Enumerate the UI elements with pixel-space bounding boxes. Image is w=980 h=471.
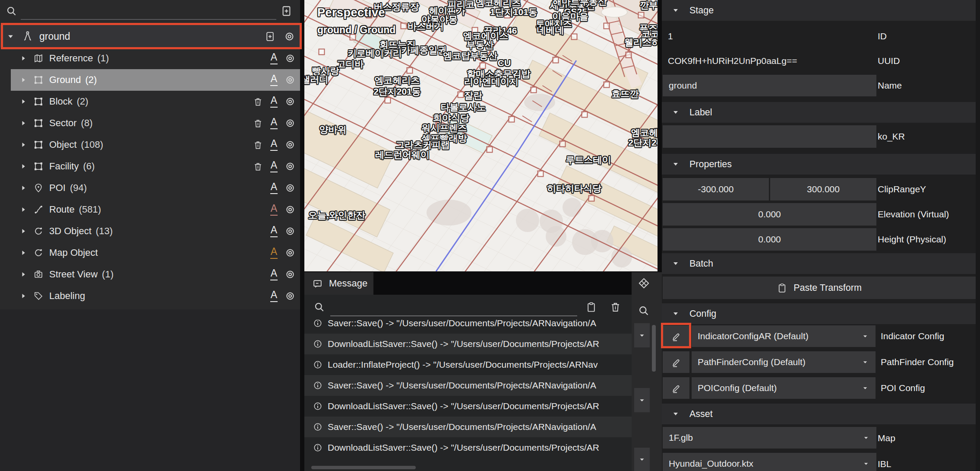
caret-right-icon[interactable] [19,76,28,84]
sidebar-item-3d-object[interactable]: 3D Object(13) A [0,220,300,242]
sidebar-item-object[interactable]: Object(108) A [0,134,300,156]
sidebar-item-sector[interactable]: Sector(8) A [0,112,300,134]
log-row[interactable]: Saver::Save() -> "/Users/user/Documents/… [304,375,632,396]
visibility-icon[interactable] [285,269,295,280]
section-batch[interactable]: Batch [662,253,976,274]
trash-icon[interactable] [253,140,263,150]
height-input[interactable] [663,228,876,251]
caret-right-icon[interactable] [19,205,28,214]
paste-transform-button[interactable]: Paste Transform [663,277,976,299]
ko-kr-input[interactable] [663,125,876,148]
caret-right-icon[interactable] [19,292,28,300]
label-toggle[interactable]: A [270,160,278,172]
caret-right-icon[interactable] [19,184,28,192]
caret-right-icon[interactable] [19,119,28,127]
caret-right-icon[interactable] [19,270,28,279]
sidebar-item-street-view[interactable]: Street View(1) A [0,264,300,285]
section-label[interactable]: Label [662,102,976,123]
visibility-icon[interactable] [285,75,295,85]
caret-right-icon[interactable] [19,140,28,149]
section-stage[interactable]: Stage [662,0,976,21]
scroll-arrow-button[interactable] [634,388,650,412]
polygon-icon [33,140,44,150]
label-toggle[interactable]: A [270,95,278,108]
log-search-input[interactable] [330,299,577,316]
name-input[interactable] [663,75,876,96]
scene-gem-icon[interactable] [638,277,650,289]
log-row[interactable]: DownloadListSaver::Save() -> "/Users/use… [304,334,632,354]
poi-config-dropdown[interactable]: POIConfig (Default) [692,377,876,399]
caret-right-icon[interactable] [19,54,28,63]
visibility-icon[interactable] [285,140,295,150]
log-row[interactable]: Saver::Save() -> "/Users/user/Documents/… [304,320,632,334]
map-viewport[interactable]: 버스정류장헤이핀가피리코엠코헤리츠1단지101동야몽야몽바스버거끌라146엠코에… [304,0,658,271]
caret-right-icon[interactable] [19,97,28,106]
log-row[interactable]: Loader::InflateProject() -> "/Users/user… [304,354,632,375]
copy-logs-icon[interactable] [585,301,597,313]
sidebar-item-labeling[interactable]: Labeling A [0,285,300,307]
vertical-scrollbar[interactable] [652,325,656,372]
log-row[interactable]: DownloadListSaver::Save() -> "/Users/use… [304,396,632,417]
clip-range-max-input[interactable] [770,178,876,200]
label-toggle[interactable]: A [270,74,278,86]
edit-poi-config-button[interactable] [663,377,689,399]
tree-search-input[interactable] [21,3,276,20]
sidebar-item-map-object[interactable]: Map Object A [0,242,300,264]
visibility-icon[interactable] [285,161,295,172]
sidebar-item-poi[interactable]: POI(94) A [0,177,300,199]
visibility-icon[interactable] [285,118,295,128]
trash-icon[interactable] [253,97,263,107]
section-config[interactable]: Config [662,303,976,324]
sidebar-item-route[interactable]: Route(581) A [0,199,300,220]
log-text: DownloadListSaver::Save() -> "/Users/use… [328,339,599,349]
visibility-icon[interactable] [285,248,295,258]
label-toggle[interactable]: A [270,182,278,194]
tab-message[interactable]: Message [304,272,373,295]
label-toggle[interactable]: A [270,117,278,129]
clear-logs-icon[interactable] [610,301,621,313]
caret-down-icon[interactable] [6,32,15,41]
scroll-arrow-button[interactable] [634,448,650,471]
label-toggle[interactable]: A [270,290,278,302]
scroll-arrow-button[interactable] [634,323,650,347]
sidebar-item-ground[interactable]: Ground(2) A [0,69,300,91]
label-toggle[interactable]: A [270,268,278,280]
label-toggle[interactable]: A [270,204,278,216]
sidebar-item-facility[interactable]: Facility(6) A [0,156,300,177]
caret-right-icon[interactable] [19,248,28,257]
visibility-icon[interactable] [285,204,295,215]
trash-icon[interactable] [253,118,263,128]
visibility-icon[interactable] [285,96,295,107]
search-icon[interactable] [638,305,650,317]
add-file-icon[interactable] [265,31,275,42]
sidebar-item-block[interactable]: Block(2) A [0,91,300,112]
label-toggle[interactable]: A [270,225,278,237]
label-toggle[interactable]: A [270,52,278,64]
log-row[interactable]: DownloadListSaver::Save() -> "/Users/use… [304,437,632,458]
trash-icon[interactable] [253,162,263,172]
label-toggle[interactable]: A [270,139,278,151]
caret-right-icon[interactable] [19,227,28,236]
visibility-icon[interactable] [285,53,295,64]
clip-range-min-input[interactable] [663,178,769,200]
indicator-config-dropdown[interactable]: IndicatorConfigAR (Default) [692,325,876,347]
visibility-icon[interactable] [285,183,295,193]
horizontal-scrollbar[interactable] [311,466,416,469]
section-properties[interactable]: Properties [662,154,976,175]
pathfinder-config-dropdown[interactable]: PathFinderConfig (Default) [692,351,876,373]
edit-indicator-config-button[interactable] [663,325,689,347]
map-asset-dropdown[interactable]: 1F.glb [663,427,876,449]
section-asset[interactable]: Asset [662,404,976,424]
tree-root-ground[interactable]: ground [0,25,300,48]
sidebar-item-reference[interactable]: Reference(1) A [0,48,300,69]
label-toggle[interactable]: A [270,247,278,259]
caret-right-icon[interactable] [19,162,28,171]
visibility-icon[interactable] [285,291,295,301]
edit-pathfinder-config-button[interactable] [663,351,689,373]
log-row[interactable]: Saver::Save() -> "/Users/user/Documents/… [304,417,632,437]
visibility-icon[interactable] [285,226,295,236]
ibl-asset-dropdown[interactable]: Hyundai_Outdoor.ktx [663,453,876,471]
add-file-icon[interactable] [281,5,292,17]
visibility-icon[interactable] [284,31,295,42]
elevation-input[interactable] [663,203,876,226]
